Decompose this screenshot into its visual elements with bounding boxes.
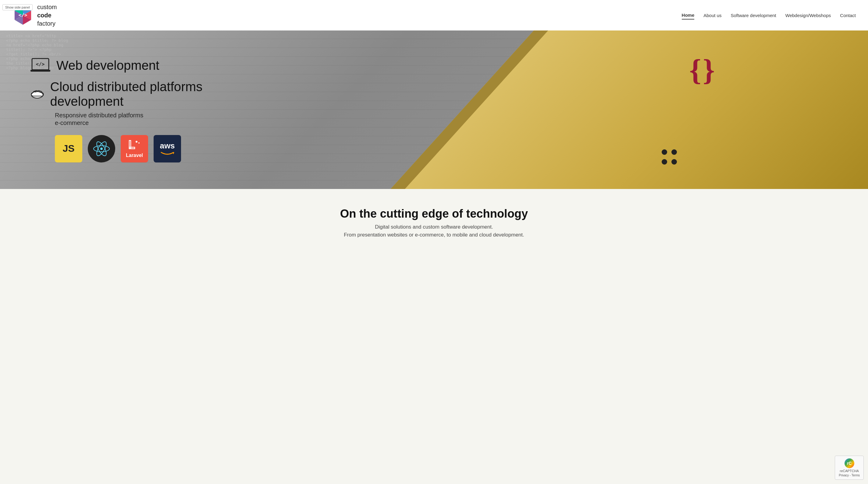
tech-logo-js: JS	[55, 135, 82, 162]
hero-subtitle-2: e-commerce	[55, 119, 207, 126]
laptop-icon: </>	[30, 57, 50, 74]
show-side-panel-button[interactable]: Show side panel	[2, 4, 33, 10]
tech-logo-react	[88, 135, 115, 162]
hero-title-1: Web development	[56, 58, 159, 73]
laravel-label: Laravel	[126, 153, 143, 158]
tech-logos: JS Larave	[55, 135, 207, 162]
svg-marker-25	[173, 152, 174, 154]
header: Show side panel </> custom code factory	[0, 0, 868, 30]
nav-software[interactable]: Software development	[731, 11, 776, 19]
logo-text: custom code factory	[37, 3, 57, 28]
nav-webdesign[interactable]: Webdesign/Webshops	[785, 11, 831, 19]
nav-home[interactable]: Home	[682, 11, 694, 20]
svg-point-16	[38, 93, 41, 96]
aws-text: aws	[160, 141, 175, 151]
hero-content: </> Web development Cloud distributed pl…	[0, 45, 238, 175]
svg-text:</>: </>	[36, 61, 45, 67]
react-icon	[92, 140, 111, 158]
nav-contact[interactable]: Contact	[840, 11, 856, 19]
svg-rect-22	[129, 147, 135, 149]
laravel-icon	[127, 139, 142, 151]
hero-heading-2: Cloud distributed platforms development	[30, 80, 207, 109]
main-nav: Home About us Software development Webde…	[682, 11, 856, 20]
svg-point-17	[100, 148, 103, 150]
svg-point-23	[135, 141, 137, 143]
bottom-desc-2: From presentation websites or e-commerce…	[12, 232, 856, 238]
hero-heading-1: </> Web development	[30, 57, 207, 74]
dot-3	[662, 159, 667, 164]
bottom-section: On the cutting edge of technology Digita…	[0, 189, 868, 252]
tech-logo-laravel: Laravel	[121, 135, 148, 162]
dot-4	[672, 159, 677, 164]
hero-title-2: Cloud distributed platforms development	[50, 80, 207, 109]
bottom-title: On the cutting edge of technology	[12, 207, 856, 220]
cloud-icon	[30, 87, 44, 102]
dot-2	[672, 149, 677, 155]
hero-section: <title> <a href="http <?php echo $title;…	[0, 30, 868, 189]
bottom-desc-1: Digital solutions and custom software de…	[12, 224, 856, 230]
hero-subtitle-1: Responsive distributed platforms	[55, 112, 207, 119]
nav-about[interactable]: About us	[704, 11, 721, 19]
tech-logo-aws: aws	[154, 135, 181, 162]
svg-text:</>: </>	[19, 12, 27, 18]
svg-point-24	[138, 142, 140, 144]
dot-1	[662, 149, 667, 155]
hero-braces: { }	[689, 55, 712, 85]
svg-rect-10	[30, 70, 50, 72]
hero-dots-pattern	[662, 149, 677, 164]
aws-smile-icon	[160, 152, 175, 156]
